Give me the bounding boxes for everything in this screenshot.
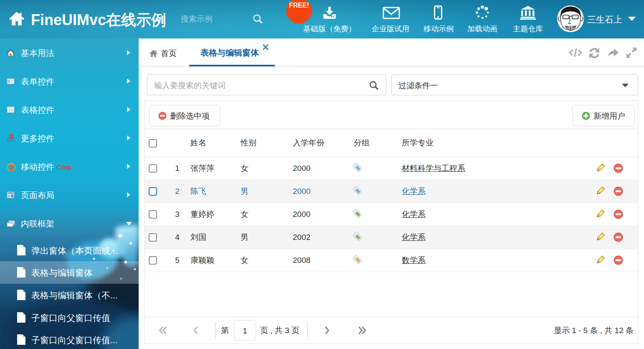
svg-text:FREE!: FREE! [289,2,309,9]
